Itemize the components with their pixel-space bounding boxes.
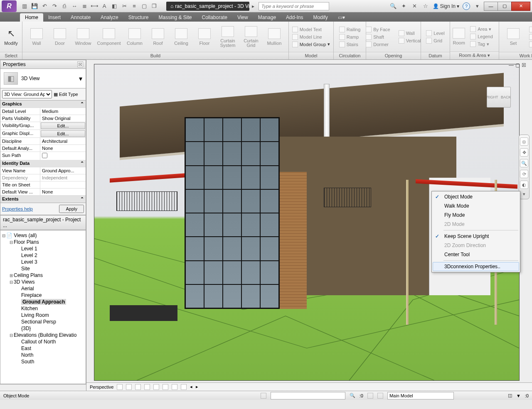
view-minimize-icon[interactable]: — bbox=[509, 62, 514, 68]
tab-structure[interactable]: Structure bbox=[123, 13, 154, 22]
view-name-value[interactable]: Ground Appro... bbox=[40, 167, 86, 174]
modify-button[interactable]: ↖Modify bbox=[3, 24, 19, 50]
model-text-button[interactable]: Model Text bbox=[291, 26, 331, 33]
tab-home[interactable]: Home bbox=[20, 13, 43, 22]
properties-close-icon[interactable]: ☒ bbox=[77, 61, 83, 67]
editable-only-icon[interactable] bbox=[367, 393, 373, 399]
menu-3dconnexion-props[interactable]: 3Dconnexion Properties.. bbox=[433, 262, 519, 271]
tree-item[interactable]: Living Room bbox=[21, 312, 49, 318]
active-only-icon[interactable]: 🔍 bbox=[350, 393, 355, 398]
wall-button[interactable]: Wall bbox=[26, 24, 47, 50]
model-line-button[interactable]: Model Line bbox=[291, 34, 331, 40]
tag-button[interactable]: Tag ▾ bbox=[469, 41, 494, 47]
legend-button[interactable]: Legend bbox=[469, 33, 494, 40]
tree-item[interactable]: {3D} bbox=[21, 326, 31, 331]
text-icon[interactable]: A bbox=[101, 2, 108, 10]
expand-icon[interactable]: ⊟ bbox=[9, 333, 14, 338]
properties-header[interactable]: Properties☒ bbox=[0, 60, 86, 69]
tab-annotate[interactable]: Annotate bbox=[66, 13, 96, 22]
tree-item[interactable]: Site bbox=[21, 266, 30, 272]
crop-region-icon[interactable] bbox=[163, 384, 168, 390]
sign-in-button[interactable]: 👤Sign In ▾ bbox=[433, 3, 459, 9]
document-tab[interactable]: ⌂ rac_basic_sample_project - 3D Vie... bbox=[166, 2, 249, 11]
shadows-icon[interactable] bbox=[135, 384, 141, 390]
expand-icon[interactable]: ⊟ bbox=[1, 233, 6, 238]
subscription-icon[interactable]: ✦ bbox=[400, 2, 408, 10]
tab-modify[interactable]: Modify bbox=[308, 13, 332, 22]
edit-type-button[interactable]: ▦Edit Type bbox=[54, 92, 78, 97]
search-input[interactable] bbox=[259, 2, 329, 10]
tree-item-selected[interactable]: Ground Approach bbox=[21, 299, 66, 305]
sun-path-checkbox[interactable] bbox=[40, 152, 86, 160]
tree-item[interactable]: 3D Views bbox=[14, 279, 34, 285]
exchange-icon[interactable]: ✕ bbox=[411, 2, 419, 10]
undo-icon[interactable]: ↶ bbox=[41, 2, 48, 10]
refplane-button[interactable]: Ref Plane bbox=[528, 34, 532, 40]
workset-icon[interactable] bbox=[261, 393, 266, 399]
tree-item[interactable]: Ceiling Plans bbox=[14, 272, 43, 278]
maximize-button[interactable]: ▢ bbox=[498, 2, 512, 11]
3dconnexion-icon[interactable]: ◐ bbox=[520, 181, 528, 189]
tree-item[interactable]: Floor Plans bbox=[14, 239, 39, 245]
ceiling-button[interactable]: Ceiling bbox=[170, 24, 192, 50]
infocenter-search-icon[interactable]: 🔍 bbox=[389, 2, 397, 10]
floor-button[interactable]: Floor bbox=[194, 24, 215, 50]
menu-keep-upright[interactable]: ✓Keep Scene Upright bbox=[433, 232, 519, 241]
redo-icon[interactable]: ↷ bbox=[51, 2, 58, 10]
tree-item[interactable]: North bbox=[21, 352, 33, 358]
nav-chevron-icon[interactable]: ▾ bbox=[520, 191, 528, 196]
door-button[interactable]: Door bbox=[49, 24, 71, 50]
expand-icon[interactable]: ⊟ bbox=[9, 280, 14, 284]
apply-button[interactable]: Apply bbox=[59, 205, 84, 213]
panel-title-room-area[interactable]: Room & Area ▾ bbox=[450, 51, 499, 59]
menu-fly-mode[interactable]: Fly Mode bbox=[433, 211, 519, 220]
parts-vis-value[interactable]: Show Original bbox=[40, 115, 86, 122]
orbit-icon[interactable]: ⟳ bbox=[520, 170, 528, 178]
recent-docs-chevron-icon[interactable]: ▸ bbox=[252, 3, 254, 9]
app-menu-button[interactable]: R bbox=[2, 0, 17, 12]
thin-lines-icon[interactable]: ≡ bbox=[131, 2, 138, 10]
browser-scrollbar[interactable] bbox=[0, 384, 86, 391]
filter-icon[interactable]: ▼ bbox=[516, 393, 521, 398]
viewer-button[interactable]: Viewer bbox=[528, 41, 532, 48]
ramp-button[interactable]: Ramp bbox=[338, 34, 362, 40]
menu-walk-mode[interactable]: Walk Mode bbox=[433, 201, 519, 211]
close-hidden-icon[interactable]: ▢ bbox=[140, 2, 148, 10]
vertical-button[interactable]: Vertical bbox=[398, 37, 422, 44]
tree-item[interactable]: Elevations (Building Elevatio bbox=[14, 332, 76, 338]
tab-manage[interactable]: Manage bbox=[253, 13, 281, 22]
tree-item[interactable]: East bbox=[21, 345, 31, 351]
help-chevron-icon[interactable]: ▾ bbox=[473, 2, 481, 10]
tree-item[interactable]: Kitchen bbox=[21, 306, 38, 311]
visual-style-icon[interactable] bbox=[117, 384, 123, 390]
tree-item[interactable]: South bbox=[21, 359, 34, 365]
show-button[interactable]: Show bbox=[528, 26, 532, 33]
open-icon[interactable]: ▥ bbox=[21, 2, 28, 10]
def-view-value[interactable]: None bbox=[40, 189, 86, 195]
tab-overflow-icon[interactable]: ▭▾ bbox=[333, 13, 350, 22]
tree-item[interactable]: Level 3 bbox=[21, 259, 37, 265]
sun-path-icon[interactable] bbox=[126, 384, 132, 390]
tree-item[interactable]: Sectional Persp bbox=[21, 319, 56, 325]
crop-icon[interactable] bbox=[153, 384, 159, 390]
help-icon[interactable]: ? bbox=[463, 2, 470, 10]
menu-object-mode[interactable]: ✓Object Mode bbox=[433, 192, 519, 201]
window-button[interactable]: Window bbox=[72, 24, 94, 50]
instance-selector[interactable]: 3D View: Ground Ap bbox=[2, 90, 52, 98]
tree-item[interactable]: Level 1 bbox=[21, 246, 37, 252]
press-drag-icon[interactable]: ◫ bbox=[508, 393, 512, 398]
set-workplane-button[interactable]: Set bbox=[502, 24, 524, 50]
tree-item[interactable]: Level 2 bbox=[21, 252, 37, 258]
view-scale-label[interactable]: Perspective bbox=[90, 385, 113, 389]
tab-massing-site[interactable]: Massing & Site bbox=[153, 13, 197, 22]
room-button[interactable]: Room bbox=[453, 24, 465, 49]
byface-button[interactable]: By Face bbox=[365, 26, 391, 33]
view-icon[interactable]: ◧ bbox=[111, 2, 118, 10]
menu-center-tool[interactable]: Center Tool bbox=[433, 250, 519, 259]
save-icon[interactable]: 💾 bbox=[31, 2, 38, 10]
align-icon[interactable]: ≣ bbox=[81, 2, 88, 10]
wall-open-button[interactable]: Wall bbox=[398, 30, 422, 37]
model-group-button[interactable]: Model Group ▾ bbox=[291, 41, 331, 48]
tree-item[interactable]: Fireplace bbox=[21, 292, 42, 298]
type-selector[interactable]: ◧ 3D View ▾ bbox=[0, 69, 86, 88]
